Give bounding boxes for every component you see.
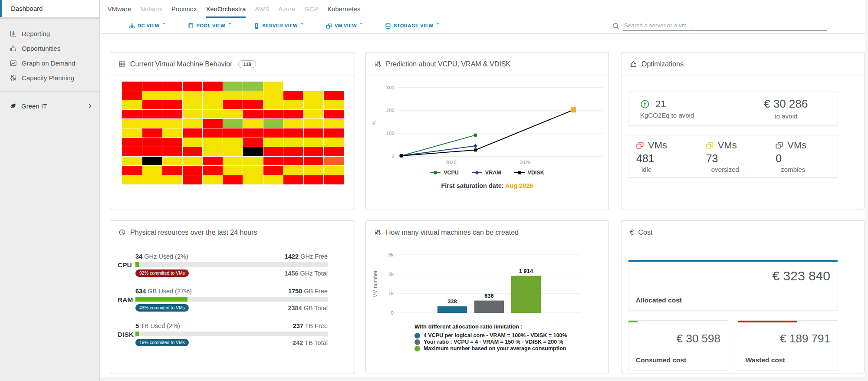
heatmap-cell[interactable] — [162, 119, 182, 128]
heatmap-cell[interactable] — [203, 100, 223, 109]
heatmap-cell[interactable] — [223, 119, 243, 128]
heatmap-cell[interactable] — [142, 166, 162, 175]
heatmap-cell[interactable] — [183, 110, 203, 119]
heatmap-cell[interactable] — [263, 175, 283, 184]
tab-proxmox[interactable]: Proxmox — [171, 0, 197, 18]
sidebar-item-green-it[interactable]: Green IT — [0, 99, 99, 113]
heatmap-cell[interactable] — [183, 157, 203, 166]
heatmap-cell[interactable] — [223, 91, 243, 100]
sidebar-item-capacity-planning[interactable]: Capacity Planning — [0, 70, 99, 85]
heatmap-cell[interactable] — [122, 138, 142, 147]
heatmap-cell[interactable] — [304, 100, 324, 109]
heatmap-cell[interactable] — [162, 110, 182, 119]
bar-1 914[interactable] — [511, 276, 541, 313]
heatmap-cell[interactable] — [223, 157, 243, 166]
heatmap-cell[interactable] — [183, 119, 203, 128]
heatmap-cell[interactable] — [263, 138, 283, 147]
legend-item-vram[interactable]: VRAM — [472, 170, 501, 176]
legend-item-vcpu[interactable]: VCPU — [430, 170, 459, 176]
heatmap-cell[interactable] — [263, 157, 283, 166]
heatmap-cell[interactable] — [324, 147, 344, 156]
heatmap-cell[interactable] — [203, 110, 223, 119]
heatmap-cell[interactable] — [223, 82, 243, 91]
tab-vmware[interactable]: VMware — [108, 0, 131, 18]
heatmap-cell[interactable] — [183, 175, 203, 184]
heatmap-cell[interactable] — [162, 82, 182, 91]
heatmap-cell[interactable] — [243, 119, 263, 128]
heatmap-cell[interactable] — [324, 128, 344, 138]
heatmap-cell[interactable] — [142, 91, 162, 100]
heatmap-cell[interactable] — [324, 91, 344, 100]
heatmap-cell[interactable] — [324, 110, 344, 119]
tab-azure[interactable]: Azure — [279, 0, 296, 18]
data-point[interactable] — [473, 144, 478, 148]
heatmap-cell[interactable] — [263, 100, 283, 109]
sidebar-item-reporting[interactable]: Reporting — [0, 26, 99, 41]
heatmap-cell[interactable] — [283, 91, 303, 100]
heatmap-cell[interactable] — [304, 128, 324, 138]
heatmap-cell[interactable] — [243, 110, 263, 119]
heatmap-cell[interactable] — [203, 82, 223, 91]
heatmap-cell[interactable] — [183, 91, 203, 100]
vm-stat-zombies[interactable]: VMs0zombies — [768, 140, 838, 173]
heatmap-cell[interactable] — [142, 110, 162, 119]
heatmap-cell[interactable] — [283, 166, 303, 175]
heatmap-cell[interactable] — [162, 166, 182, 175]
data-point[interactable] — [473, 133, 477, 137]
heatmap-cell[interactable] — [283, 100, 303, 109]
tab-nutanix[interactable]: Nutanix — [140, 0, 162, 18]
heatmap-cell[interactable] — [122, 82, 142, 91]
heatmap-cell[interactable] — [324, 157, 344, 166]
heatmap-cell[interactable] — [324, 138, 344, 147]
heatmap-cell[interactable] — [162, 175, 182, 184]
heatmap-cell[interactable] — [142, 147, 162, 156]
heatmap-cell[interactable] — [162, 138, 182, 147]
heatmap-cell[interactable] — [243, 138, 263, 147]
sidebar-item-graph-on-demand[interactable]: Graph on Demand — [0, 56, 99, 70]
heatmap-cell[interactable] — [243, 100, 263, 109]
view-link-dc-view[interactable]: DC VIEW — [129, 23, 166, 29]
heatmap-cell[interactable] — [122, 175, 142, 184]
heatmap-cell[interactable] — [162, 128, 182, 138]
heatmap-cell[interactable] — [304, 138, 324, 147]
heatmap-cell[interactable] — [263, 119, 283, 128]
heatmap-cell[interactable] — [243, 82, 263, 91]
heatmap-cell[interactable] — [142, 82, 162, 91]
heatmap-cell[interactable] — [203, 91, 223, 100]
saturation-point[interactable] — [571, 107, 576, 112]
heatmap-cell[interactable] — [142, 138, 162, 147]
heatmap-cell[interactable] — [283, 128, 303, 138]
prediction-chart[interactable]: 0100200300%20252026 — [366, 76, 608, 168]
heatmap-cell[interactable] — [283, 157, 303, 166]
data-point[interactable] — [400, 154, 403, 157]
heatmap-cell[interactable] — [263, 110, 283, 119]
heatmap-cell[interactable] — [203, 166, 223, 175]
sidebar-item-opportunities[interactable]: Opportunities — [0, 41, 99, 56]
heatmap-cell[interactable] — [263, 91, 283, 100]
heatmap-cell[interactable] — [304, 110, 324, 119]
heatmap-cell[interactable] — [223, 175, 243, 184]
heatmap-cell[interactable] — [203, 175, 223, 184]
heatmap-cell[interactable] — [203, 119, 223, 128]
heatmap-cell[interactable] — [283, 147, 303, 156]
heatmap-cell[interactable] — [122, 166, 142, 175]
heatmap-cell[interactable] — [223, 147, 243, 156]
heatmap-cell[interactable] — [183, 147, 203, 156]
tab-xenorchestra[interactable]: XenOrchestra — [206, 0, 246, 18]
heatmap-cell[interactable] — [142, 157, 162, 166]
bar-636[interactable] — [474, 301, 504, 313]
vm-stat-idle[interactable]: VMs481idle — [628, 140, 698, 173]
sidebar-item-dashboard[interactable]: Dashboard — [0, 0, 99, 17]
heatmap-cell[interactable] — [324, 119, 344, 128]
heatmap-cell[interactable] — [324, 100, 344, 109]
heatmap-cell[interactable] — [283, 110, 303, 119]
heatmap-cell[interactable] — [304, 166, 324, 175]
heatmap-cell[interactable] — [243, 175, 263, 184]
heatmap-cell[interactable] — [283, 138, 303, 147]
data-point[interactable] — [474, 148, 477, 151]
heatmap-cell[interactable] — [142, 100, 162, 109]
view-link-storage-view[interactable]: STORAGE VIEW — [385, 23, 440, 29]
heatmap-cell[interactable] — [162, 91, 182, 100]
legend-item-vdisk[interactable]: VDISK — [514, 170, 544, 176]
heatmap-cell[interactable] — [263, 166, 283, 175]
